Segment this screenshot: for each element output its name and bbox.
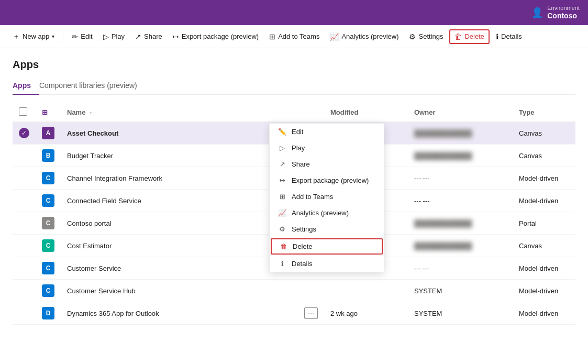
context-menu-item-analytics-(preview)[interactable]: 📈Analytics (preview) bbox=[270, 205, 384, 221]
separator bbox=[63, 31, 63, 42]
edit-button[interactable]: ✏ Edit bbox=[68, 30, 96, 43]
owner-value: ████████████ bbox=[414, 242, 472, 250]
row-app-name[interactable]: Channel Integration Framework bbox=[61, 167, 298, 190]
export-button[interactable]: ↦ Export package (preview) bbox=[169, 30, 263, 43]
analytics-button[interactable]: 📈 Analytics (preview) bbox=[326, 30, 403, 43]
row-type: Canvas bbox=[513, 145, 575, 167]
row-type: Model-driven bbox=[513, 302, 575, 325]
context-menu-item-edit[interactable]: ✏️Edit bbox=[270, 124, 384, 140]
row-app-icon-cell: C bbox=[36, 257, 61, 280]
topbar: 👤 Environment Contoso bbox=[0, 0, 588, 25]
delete-button[interactable]: 🗑 Delete bbox=[449, 29, 490, 44]
sort-arrow-icon: ↑ bbox=[90, 110, 92, 116]
context-menu-item-share[interactable]: ↗Share bbox=[270, 156, 384, 172]
owner-value: ████████████ bbox=[414, 219, 472, 227]
context-menu-item-settings[interactable]: ⚙Settings bbox=[270, 221, 384, 237]
header-name[interactable]: Name ↑ bbox=[61, 103, 298, 122]
menu-item-label: Analytics (preview) bbox=[292, 209, 349, 217]
share-button[interactable]: ↗ Share bbox=[131, 30, 167, 43]
menu-item-label: Add to Teams bbox=[292, 193, 333, 201]
owner-value: SYSTEM bbox=[414, 287, 442, 295]
menu-item-label: Settings bbox=[292, 225, 316, 233]
details-button[interactable]: ℹ Details bbox=[492, 30, 526, 43]
select-all-checkbox[interactable] bbox=[19, 107, 27, 116]
new-app-button[interactable]: ＋ New app ▾ bbox=[8, 30, 59, 43]
add-to-teams-button[interactable]: ⊞ Add to Teams bbox=[265, 30, 324, 43]
menu-item-label: Delete bbox=[293, 242, 313, 250]
header-dots bbox=[298, 103, 324, 122]
header-icon-cell: ⊞ bbox=[36, 103, 61, 122]
row-checkbox-cell bbox=[13, 257, 36, 280]
tab-component-libraries[interactable]: Component libraries (preview) bbox=[39, 77, 146, 95]
owner-value: ████████████ bbox=[414, 152, 472, 160]
row-app-name[interactable]: Asset Checkout bbox=[61, 122, 298, 145]
table-header-row: ⊞ Name ↑ Modified Owner Type bbox=[13, 103, 575, 122]
menu-item-label: Export package (preview) bbox=[292, 177, 369, 184]
row-app-name[interactable]: Cost Estimator bbox=[61, 235, 298, 257]
header-type[interactable]: Type bbox=[513, 103, 575, 122]
row-app-icon-cell: C bbox=[36, 280, 61, 302]
header-modified[interactable]: Modified bbox=[324, 103, 408, 122]
share-icon: ↗ bbox=[135, 32, 141, 41]
row-more-button[interactable]: ··· bbox=[304, 307, 318, 319]
row-app-icon-cell: C bbox=[36, 190, 61, 212]
app-icon: C bbox=[42, 284, 54, 297]
menu-item-icon: 📈 bbox=[278, 209, 286, 217]
app-icon: C bbox=[42, 262, 54, 274]
row-checkbox-cell bbox=[13, 302, 36, 325]
header-owner[interactable]: Owner bbox=[408, 103, 513, 122]
edit-icon: ✏ bbox=[72, 32, 78, 41]
context-menu-item-delete[interactable]: 🗑Delete bbox=[271, 238, 383, 255]
menu-item-icon: ⊞ bbox=[278, 193, 286, 201]
app-icon: C bbox=[42, 239, 54, 252]
row-app-icon-cell: C bbox=[36, 167, 61, 190]
menu-item-label: Share bbox=[292, 160, 310, 168]
app-icon: B bbox=[42, 149, 54, 162]
table-row[interactable]: C Customer Service Hub SYSTEM Model-driv… bbox=[13, 280, 575, 302]
row-dots-cell: ··· bbox=[298, 302, 324, 325]
row-app-icon-cell: C bbox=[36, 212, 61, 235]
context-menu-item-export-package-(preview)[interactable]: ↦Export package (preview) bbox=[270, 172, 384, 189]
row-owner: ████████████ bbox=[408, 212, 513, 235]
row-checkbox-cell bbox=[13, 235, 36, 257]
row-owner: ████████████ bbox=[408, 235, 513, 257]
delete-icon: 🗑 bbox=[454, 32, 462, 41]
app-icon: C bbox=[42, 217, 54, 229]
tab-apps[interactable]: Apps bbox=[13, 77, 39, 95]
header-checkbox-cell bbox=[13, 103, 36, 122]
row-app-icon-cell: A bbox=[36, 122, 61, 145]
chevron-icon: ▾ bbox=[52, 34, 54, 39]
app-icon: C bbox=[42, 172, 54, 184]
row-app-name[interactable]: Budget Tracker bbox=[61, 145, 298, 167]
row-type: Model-driven bbox=[513, 167, 575, 190]
row-app-name[interactable]: Customer Service bbox=[61, 257, 298, 280]
row-owner: SYSTEM bbox=[408, 280, 513, 302]
export-icon: ↦ bbox=[173, 32, 179, 41]
settings-icon: ⚙ bbox=[409, 32, 416, 41]
row-checkbox-cell bbox=[13, 212, 36, 235]
app-icon: C bbox=[42, 194, 54, 207]
menu-item-icon: 🗑 bbox=[279, 242, 287, 250]
environment-label: Environment bbox=[547, 5, 580, 12]
menu-item-label: Edit bbox=[292, 128, 303, 136]
table-row[interactable]: D Dynamics 365 App for Outlook ··· 2 wk … bbox=[13, 302, 575, 325]
row-owner: --- --- bbox=[408, 167, 513, 190]
environment-info[interactable]: 👤 Environment Contoso bbox=[531, 5, 580, 20]
row-app-name[interactable]: Customer Service Hub bbox=[61, 280, 298, 302]
context-menu-item-details[interactable]: ℹDetails bbox=[270, 256, 384, 272]
menu-item-icon: ℹ bbox=[278, 260, 286, 268]
play-button[interactable]: ▷ Play bbox=[99, 30, 129, 43]
environment-text: Environment Contoso bbox=[547, 5, 580, 20]
row-type: Model-driven bbox=[513, 190, 575, 212]
row-app-name[interactable]: Connected Field Service bbox=[61, 190, 298, 212]
settings-button[interactable]: ⚙ Settings bbox=[405, 30, 447, 43]
context-menu-item-add-to-teams[interactable]: ⊞Add to Teams bbox=[270, 189, 384, 205]
row-app-name[interactable]: Dynamics 365 App for Outlook bbox=[61, 302, 298, 325]
row-owner: ████████████ bbox=[408, 145, 513, 167]
analytics-icon: 📈 bbox=[330, 32, 339, 41]
row-app-name[interactable]: Contoso portal bbox=[61, 212, 298, 235]
menu-item-label: Details bbox=[292, 260, 313, 268]
row-owner: --- --- bbox=[408, 190, 513, 212]
toolbar: ＋ New app ▾ ✏ Edit ▷ Play ↗ Share ↦ Expo… bbox=[0, 25, 588, 48]
context-menu-item-play[interactable]: ▷Play bbox=[270, 140, 384, 156]
